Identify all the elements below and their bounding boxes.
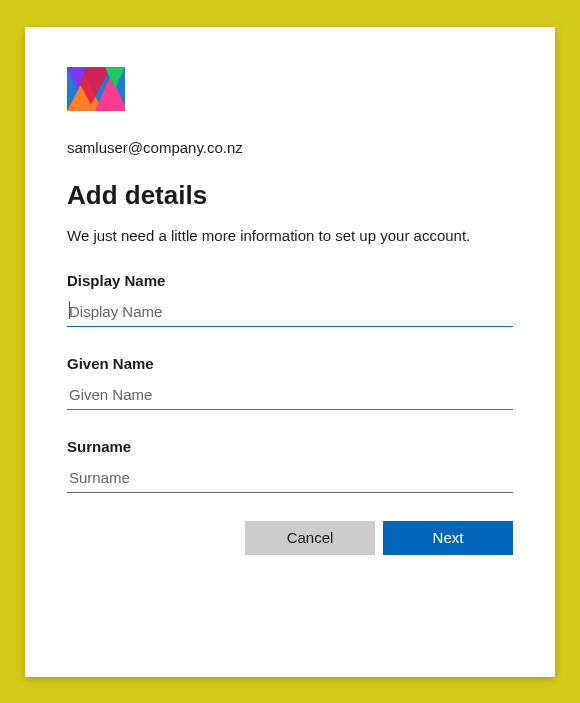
given-name-input[interactable] — [67, 382, 513, 410]
field-given-name: Given Name — [67, 355, 513, 410]
next-button[interactable]: Next — [383, 521, 513, 555]
page-subtitle: We just need a little more information t… — [67, 225, 513, 246]
account-email: samluser@company.co.nz — [67, 139, 513, 156]
display-name-label: Display Name — [67, 272, 513, 289]
surname-input[interactable] — [67, 465, 513, 493]
button-row: Cancel Next — [67, 521, 513, 555]
field-display-name: Display Name — [67, 272, 513, 327]
signup-card: samluser@company.co.nz Add details We ju… — [25, 27, 555, 677]
field-surname: Surname — [67, 438, 513, 493]
given-name-label: Given Name — [67, 355, 513, 372]
cancel-button[interactable]: Cancel — [245, 521, 375, 555]
page-title: Add details — [67, 180, 513, 211]
display-name-input[interactable] — [67, 299, 513, 327]
brand-logo — [67, 67, 125, 111]
surname-label: Surname — [67, 438, 513, 455]
